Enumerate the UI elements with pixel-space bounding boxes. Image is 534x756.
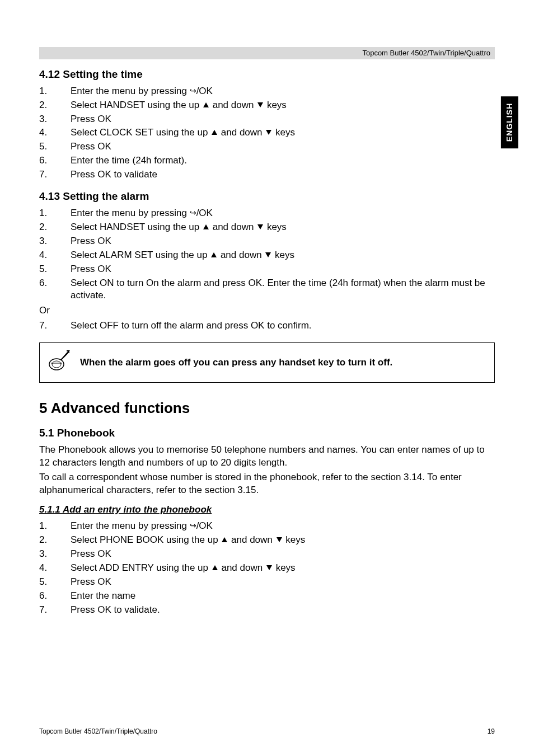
heading-5-1: 5.1 Phonebook bbox=[39, 426, 495, 440]
step-number: 4. bbox=[39, 249, 71, 262]
phonebook-body-1: The Phonebook allows you to memorise 50 … bbox=[39, 444, 495, 469]
down-arrow-icon bbox=[266, 565, 272, 570]
step-text: Enter the name bbox=[71, 590, 495, 603]
list-item: 3.Press OK bbox=[39, 113, 495, 126]
down-arrow-icon bbox=[265, 252, 271, 257]
step-number: 5. bbox=[39, 140, 71, 153]
down-arrow-icon bbox=[277, 537, 282, 542]
list-item: 1.Enter the menu by pressing ↪/OK bbox=[39, 207, 495, 220]
step-text: Press OK bbox=[71, 113, 495, 126]
heading-4-13: 4.13 Setting the alarm bbox=[39, 189, 495, 204]
heading-5: 5 Advanced functions bbox=[39, 398, 495, 418]
step-number: 1. bbox=[39, 85, 71, 98]
phonebook-body-2: To call a correspondent whose number is … bbox=[39, 471, 495, 497]
step-number: 6. bbox=[39, 590, 71, 603]
step-number: 7. bbox=[39, 604, 71, 617]
step-text: Select HANDSET using the up and down key… bbox=[71, 221, 495, 234]
up-arrow-icon bbox=[212, 130, 217, 135]
page: Topcom Butler 4502/Twin/Triple/Quattro E… bbox=[0, 0, 534, 756]
up-arrow-icon bbox=[203, 102, 209, 107]
step-text: Select ON to turn On the alarm and press… bbox=[71, 277, 495, 303]
step-number: 7. bbox=[39, 168, 71, 181]
list-item: 5.Press OK bbox=[39, 140, 495, 153]
step-number: 3. bbox=[39, 113, 71, 126]
footer-left: Topcom Butler 4502/Twin/Triple/Quattro bbox=[39, 727, 157, 736]
or-label: Or bbox=[39, 304, 495, 317]
step-text: Press OK bbox=[71, 263, 495, 276]
footer-page-number: 19 bbox=[488, 727, 495, 736]
list-item: 1.Enter the menu by pressing ↪/OK bbox=[39, 520, 495, 533]
list-item: 5.Press OK bbox=[39, 263, 495, 276]
redial-icon: ↪ bbox=[190, 86, 196, 96]
list-item: 4.Select CLOCK SET using the up and down… bbox=[39, 126, 495, 139]
step-text: Press OK to validate. bbox=[71, 604, 495, 617]
step-text: Press OK bbox=[71, 576, 495, 589]
list-item: 7.Press OK to validate. bbox=[39, 604, 495, 617]
step-number: 6. bbox=[39, 277, 71, 303]
footer: Topcom Butler 4502/Twin/Triple/Quattro 1… bbox=[39, 727, 495, 736]
step-number: 7. bbox=[39, 320, 71, 332]
steps-4-13a: 1.Enter the menu by pressing ↪/OK2.Selec… bbox=[39, 207, 495, 303]
list-item: 3.Press OK bbox=[39, 548, 495, 561]
note-icon bbox=[46, 350, 71, 375]
down-arrow-icon bbox=[266, 130, 271, 135]
header-product: Topcom Butler 4502/Twin/Triple/Quattro bbox=[362, 48, 490, 58]
language-tab: ENGLISH bbox=[501, 96, 518, 148]
step-number: 5. bbox=[39, 576, 71, 589]
svg-point-1 bbox=[52, 361, 61, 368]
steps-5-1-1: 1.Enter the menu by pressing ↪/OK2.Selec… bbox=[39, 520, 495, 617]
step-number: 4. bbox=[39, 126, 71, 139]
up-arrow-icon bbox=[211, 252, 217, 257]
redial-icon: ↪ bbox=[190, 208, 196, 218]
step-text: Select ADD ENTRY using the up and down k… bbox=[71, 562, 495, 575]
note-box: When the alarm goes off you can press an… bbox=[39, 342, 495, 383]
step-number: 5. bbox=[39, 263, 71, 276]
svg-point-0 bbox=[49, 359, 64, 370]
step-text: Select ALARM SET using the up and down k… bbox=[71, 249, 495, 262]
step-number: 3. bbox=[39, 548, 71, 561]
list-item: 6.Enter the time (24h format). bbox=[39, 154, 495, 167]
list-item: 5.Press OK bbox=[39, 576, 495, 589]
list-item: 7.Select OFF to turn off the alarm and p… bbox=[39, 320, 495, 332]
step-text: Enter the menu by pressing ↪/OK bbox=[71, 520, 495, 533]
list-item: 6.Select ON to turn On the alarm and pre… bbox=[39, 277, 495, 303]
step-text: Select PHONE BOOK using the up and down … bbox=[71, 534, 495, 547]
up-arrow-icon bbox=[203, 224, 209, 229]
step-text: Press OK bbox=[71, 235, 495, 248]
step-text: Press OK bbox=[71, 548, 495, 561]
redial-icon: ↪ bbox=[190, 520, 196, 531]
step-number: 1. bbox=[39, 520, 71, 533]
list-item: 4.Select ADD ENTRY using the up and down… bbox=[39, 562, 495, 575]
step-text: Enter the menu by pressing ↪/OK bbox=[71, 85, 495, 98]
down-arrow-icon bbox=[257, 102, 263, 107]
list-item: 2.Select HANDSET using the up and down k… bbox=[39, 221, 495, 234]
list-item: 2.Select HANDSET using the up and down k… bbox=[39, 99, 495, 112]
step-text: Press OK bbox=[71, 140, 495, 153]
list-item: 3.Press OK bbox=[39, 235, 495, 248]
step-text: Enter the menu by pressing ↪/OK bbox=[71, 207, 495, 220]
heading-4-12: 4.12 Setting the time bbox=[39, 67, 495, 82]
steps-4-12: 1.Enter the menu by pressing ↪/OK2.Selec… bbox=[39, 85, 495, 182]
down-arrow-icon bbox=[257, 224, 263, 229]
up-arrow-icon bbox=[212, 565, 218, 570]
step-text: Select CLOCK SET using the up and down k… bbox=[71, 126, 495, 139]
list-item: 1.Enter the menu by pressing ↪/OK bbox=[39, 85, 495, 98]
step-number: 2. bbox=[39, 221, 71, 234]
step-number: 6. bbox=[39, 154, 71, 167]
step-number: 2. bbox=[39, 99, 71, 112]
step-number: 1. bbox=[39, 207, 71, 220]
list-item: 2.Select PHONE BOOK using the up and dow… bbox=[39, 534, 495, 547]
list-item: 6.Enter the name bbox=[39, 590, 495, 603]
step-text: Select OFF to turn off the alarm and pre… bbox=[71, 320, 495, 332]
header-bar: Topcom Butler 4502/Twin/Triple/Quattro bbox=[39, 47, 495, 59]
step-number: 3. bbox=[39, 235, 71, 248]
step-text: Select HANDSET using the up and down key… bbox=[71, 99, 495, 112]
step-text: Press OK to validate bbox=[71, 168, 495, 181]
heading-5-1-1: 5.1.1 Add an entry into the phonebook bbox=[39, 504, 495, 516]
steps-4-13b: 7.Select OFF to turn off the alarm and p… bbox=[39, 320, 495, 332]
up-arrow-icon bbox=[222, 537, 227, 542]
list-item: 7.Press OK to validate bbox=[39, 168, 495, 181]
step-text: Enter the time (24h format). bbox=[71, 154, 495, 167]
step-number: 4. bbox=[39, 562, 71, 575]
list-item: 4.Select ALARM SET using the up and down… bbox=[39, 249, 495, 262]
